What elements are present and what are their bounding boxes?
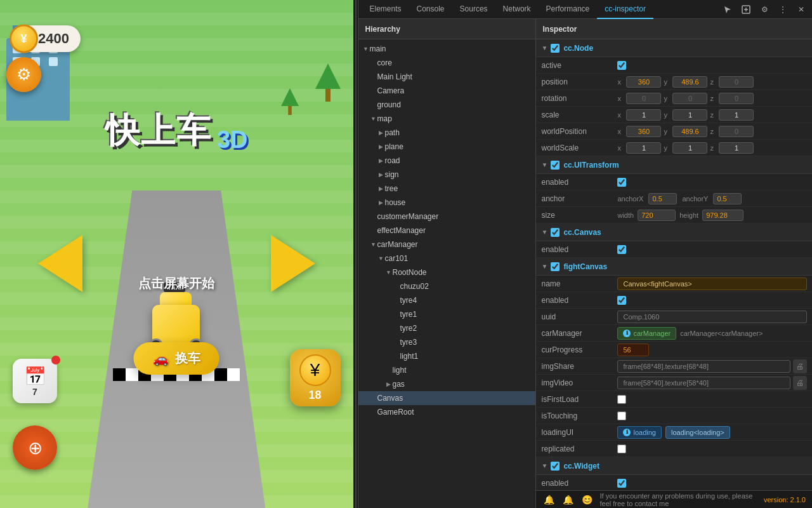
arrow-right-button[interactable] xyxy=(271,235,315,292)
toolbar-settings-icon[interactable]: ⚙ xyxy=(757,2,772,17)
istouching-checkbox[interactable] xyxy=(617,411,626,420)
tab-performance[interactable]: Performance xyxy=(539,0,598,19)
scale-z-input[interactable] xyxy=(719,109,754,121)
gold-coin-button[interactable]: ¥ 18 xyxy=(290,349,341,406)
start-text[interactable]: 点击屏幕开始 xyxy=(138,275,214,292)
worldpos-x-input[interactable] xyxy=(626,126,661,137)
tree-item-map[interactable]: ▼ map xyxy=(358,112,535,126)
tree-item-canvas[interactable]: Canvas xyxy=(358,391,535,405)
worldscale-x-input[interactable] xyxy=(626,142,661,154)
tree-item-rootnode[interactable]: ▼ RootNode xyxy=(358,265,535,279)
print-icon[interactable]: 🖨 xyxy=(793,359,807,373)
prop-imgvideo: imgVideo 🖨 xyxy=(536,375,812,391)
rotation-y-input[interactable] xyxy=(672,93,707,104)
rotation-z-input[interactable] xyxy=(719,93,754,104)
worldpos-z-input[interactable] xyxy=(719,126,754,137)
tree-item-road[interactable]: ▶ road xyxy=(358,154,535,168)
replicated-checkbox[interactable] xyxy=(617,444,626,453)
tree-item-path[interactable]: ▶ path xyxy=(358,126,535,140)
cc-canvas-header[interactable]: ▼ cc.Canvas xyxy=(536,224,812,241)
active-checkbox[interactable] xyxy=(617,61,626,70)
toolbar-cursor-icon[interactable] xyxy=(720,2,735,17)
tree-item-tree[interactable]: ▶ tree xyxy=(358,182,535,196)
print-icon-2[interactable]: 🖨 xyxy=(793,376,807,390)
change-car-button[interactable]: 🚗 换车 xyxy=(134,342,219,375)
resize-handle[interactable] xyxy=(353,0,358,508)
size-height-input[interactable] xyxy=(702,210,743,221)
tree-label: path xyxy=(384,128,532,137)
inspector-scroll[interactable]: ▼ cc.Node active position x xyxy=(536,39,812,490)
uitransform-enabled-checkbox[interactable] xyxy=(617,178,626,187)
scale-y-input[interactable] xyxy=(672,109,707,121)
tree-item-tyre3[interactable]: tyre3 xyxy=(358,335,535,349)
tree-item-car101[interactable]: ▼ car101 xyxy=(358,251,535,265)
tree-item-core[interactable]: core xyxy=(358,56,535,70)
hierarchy-tree[interactable]: ▼ main core Main Light Camera xyxy=(358,39,535,508)
cc-widget-header[interactable]: ▼ cc.Widget xyxy=(536,457,812,475)
cc-uitransform-checkbox[interactable] xyxy=(551,161,560,170)
cc-node-header[interactable]: ▼ cc.Node xyxy=(536,39,812,57)
toolbar-inspect-icon[interactable] xyxy=(738,2,754,17)
tree-item-light[interactable]: light xyxy=(358,363,535,377)
tree-item-tyre1[interactable]: tyre1 xyxy=(358,307,535,321)
tree-item-main-light[interactable]: Main Light xyxy=(358,70,535,84)
arrow-left-button[interactable] xyxy=(38,235,82,292)
tab-network[interactable]: Network xyxy=(495,0,539,19)
tab-elements[interactable]: Elements xyxy=(362,0,409,19)
position-z-input[interactable] xyxy=(719,76,754,88)
toolbar-more-icon[interactable]: ⋮ xyxy=(775,2,790,17)
tab-console[interactable]: Console xyxy=(409,0,452,19)
tree-item-gameroot[interactable]: GameRoot xyxy=(358,405,535,419)
settings-button[interactable]: ⚙ xyxy=(6,57,41,92)
cc-node-checkbox[interactable] xyxy=(551,44,560,53)
fight-canvas-header[interactable]: ▼ fightCanvas xyxy=(536,258,812,276)
cc-canvas-checkbox[interactable] xyxy=(551,228,560,237)
status-icon-2[interactable]: 🔔 xyxy=(561,493,574,506)
anchor-x-input[interactable] xyxy=(648,193,677,204)
joystick-button[interactable]: ⊕ xyxy=(13,425,57,470)
fight-canvas-checkbox[interactable] xyxy=(551,262,560,271)
canvas-enabled-checkbox[interactable] xyxy=(617,245,626,254)
cc-widget-checkbox[interactable] xyxy=(551,462,560,471)
tree-item-tyre4[interactable]: tyre4 xyxy=(358,293,535,307)
cc-uitransform-header[interactable]: ▼ cc.UITransform xyxy=(536,156,812,174)
status-icon-1[interactable]: 🔔 xyxy=(542,493,555,506)
worldscale-z-input[interactable] xyxy=(719,142,754,154)
calendar-button[interactable]: 📅 7 xyxy=(13,359,57,403)
isfirstload-checkbox[interactable] xyxy=(617,395,626,404)
worldpos-y-input[interactable] xyxy=(672,126,707,137)
worldscale-y-input[interactable] xyxy=(672,142,707,154)
tree-item-sign[interactable]: ▶ sign xyxy=(358,168,535,182)
position-y-input[interactable] xyxy=(672,76,707,88)
toolbar-close-icon[interactable]: ✕ xyxy=(794,2,809,17)
tree-item-main[interactable]: ▼ main xyxy=(358,42,535,56)
tree-item-plane[interactable]: ▶ plane xyxy=(358,140,535,154)
size-width-input[interactable] xyxy=(638,210,676,221)
tree-item-effectManager[interactable]: effectManager xyxy=(358,224,535,237)
tree-item-house[interactable]: ▶ house xyxy=(358,196,535,210)
widget-enabled-checkbox[interactable] xyxy=(617,479,626,488)
loading-ref-button[interactable]: ℹ loading xyxy=(617,426,661,439)
uuid-input[interactable] xyxy=(617,311,807,323)
tree-item-ground[interactable]: ground xyxy=(358,98,535,112)
tab-cc-inspector[interactable]: cc-inspector xyxy=(597,0,653,19)
position-x-input[interactable] xyxy=(626,76,661,88)
anchor-y-input[interactable] xyxy=(713,193,742,204)
scale-x-input[interactable] xyxy=(626,109,661,121)
tree-item-camera[interactable]: Camera xyxy=(358,84,535,98)
tree-item-light1[interactable]: light1 xyxy=(358,349,535,363)
imgshare-input[interactable] xyxy=(617,360,790,373)
tab-sources[interactable]: Sources xyxy=(452,0,495,19)
carmanager-ref-button[interactable]: ℹ carManager xyxy=(617,327,676,340)
imgvideo-input[interactable] xyxy=(617,377,790,389)
fight-name-input[interactable] xyxy=(617,277,807,290)
tree-item-tyre2[interactable]: tyre2 xyxy=(358,321,535,335)
tree-item-customerManager[interactable]: customerManager xyxy=(358,210,535,224)
tree-item-gas[interactable]: ▶ gas xyxy=(358,377,535,391)
tree-item-carManager[interactable]: ▼ carManager xyxy=(358,237,535,251)
rotation-x-input[interactable] xyxy=(626,93,661,104)
tree-item-chuzu02[interactable]: chuzu02 xyxy=(358,279,535,293)
status-icon-3[interactable]: 😊 xyxy=(580,493,593,506)
curprogress-input[interactable] xyxy=(617,344,649,356)
fight-enabled-checkbox[interactable] xyxy=(617,296,626,305)
